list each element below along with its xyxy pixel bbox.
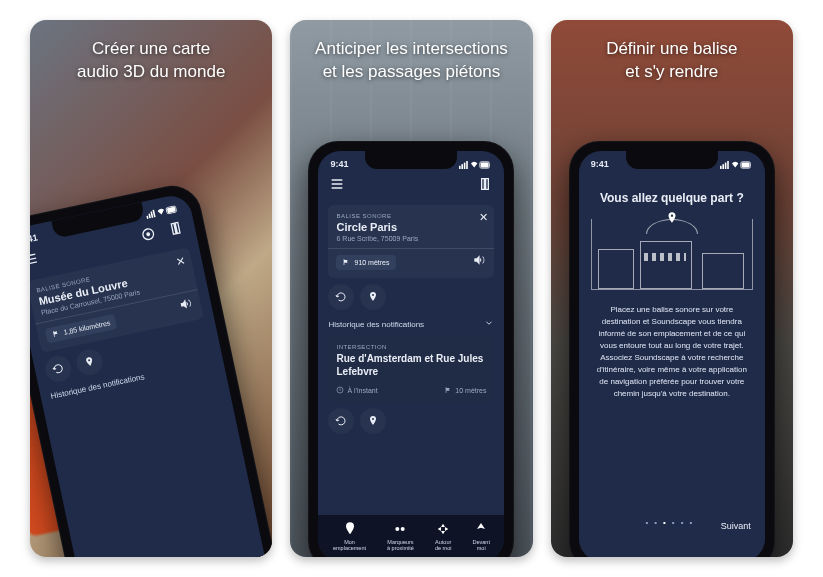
history-header[interactable]: Historique des notifications — [328, 318, 494, 330]
svg-rect-22 — [741, 162, 749, 167]
top-bar — [318, 169, 504, 199]
flag-icon — [342, 258, 350, 267]
svg-rect-19 — [725, 162, 727, 168]
svg-rect-9 — [462, 164, 464, 169]
distance-value: 910 mètres — [354, 259, 389, 266]
status-time: 9:41 — [330, 159, 348, 169]
flag-icon — [51, 329, 61, 339]
pin-icon[interactable] — [360, 284, 386, 310]
tab-ahead-of-me[interactable]: Devant moi — [472, 521, 489, 551]
distance-value: 1,85 kilomètres — [63, 319, 111, 336]
status-indicators — [458, 159, 492, 169]
svg-rect-2 — [150, 211, 153, 218]
history-label: Historique des notifications — [328, 320, 424, 329]
beacon-card[interactable]: ✕ BALISE SONORE Circle Paris 6 Rue Scrib… — [328, 205, 494, 278]
onboarding-screen: 9:41 Vous allez quelque part ? — [579, 151, 765, 557]
next-button[interactable]: Suivant — [721, 521, 751, 531]
status-indicators — [719, 159, 753, 169]
phone-mockup: 9:41 ✕ BAL — [308, 141, 514, 557]
svg-rect-17 — [720, 165, 722, 168]
tab-bar: Mon emplacement Marqueurs à proximité Au… — [318, 515, 504, 557]
distance-pill: 910 mètres — [336, 255, 395, 270]
undo-icon[interactable] — [328, 284, 354, 310]
menu-icon[interactable] — [30, 248, 42, 269]
menu-icon[interactable] — [328, 175, 346, 193]
onboarding-body: Placez une balise sonore sur votre desti… — [579, 300, 765, 404]
intersection-card[interactable]: INTERSECTION Rue d'Amsterdam et Rue Jule… — [328, 336, 494, 402]
clock-icon — [336, 386, 344, 394]
screenshot-panel-2: Anticiper les intersections et les passa… — [290, 20, 532, 557]
panel-headline: Définir une balise et s'y rendre — [551, 38, 793, 84]
panel-headline: Créer une carte audio 3D du monde — [30, 38, 272, 84]
svg-rect-18 — [722, 164, 724, 169]
mirror-icon[interactable] — [476, 175, 494, 193]
intersection-time: À l'instant — [336, 386, 377, 394]
svg-point-7 — [146, 232, 151, 237]
mirror-icon[interactable] — [165, 218, 186, 239]
onboarding-title: Vous allez quelque part ? — [579, 191, 765, 205]
svg-rect-1 — [148, 213, 151, 218]
beacon-eyebrow: BALISE SONORE — [336, 213, 486, 219]
beacon-subtitle: 6 Rue Scribe, 75009 Paris — [336, 235, 486, 242]
pin-icon[interactable] — [74, 347, 105, 378]
pin-icon — [665, 211, 679, 228]
phone-notch — [365, 151, 457, 169]
speaker-icon[interactable] — [177, 296, 194, 316]
close-icon[interactable]: ✕ — [479, 211, 488, 224]
undo-icon[interactable] — [43, 353, 74, 384]
action-row — [328, 284, 494, 310]
undo-icon[interactable] — [328, 408, 354, 434]
intersection-meta: À l'instant 10 mètres — [336, 386, 486, 394]
onboarding-illustration — [591, 219, 753, 290]
close-icon[interactable]: ✕ — [175, 254, 187, 269]
intersection-title: Rue d'Amsterdam et Rue Jules Lefebvre — [336, 352, 486, 378]
action-row-2 — [328, 408, 494, 434]
tab-my-location[interactable]: Mon emplacement — [333, 521, 366, 551]
status-time: 9:41 — [591, 159, 609, 169]
flag-icon — [444, 386, 452, 394]
panel-headline: Anticiper les intersections et les passa… — [290, 38, 532, 84]
chevron-down-icon — [484, 318, 494, 330]
sleep-icon[interactable] — [138, 224, 159, 245]
svg-point-15 — [396, 527, 400, 531]
svg-rect-20 — [727, 161, 729, 169]
app-screen: 9:41 ✕ BAL — [318, 151, 504, 557]
pin-icon[interactable] — [360, 408, 386, 434]
svg-rect-13 — [481, 162, 489, 167]
tab-around-me[interactable]: Autour de moi — [435, 521, 452, 551]
tab-nearby-markers[interactable]: Marqueurs à proximité — [387, 521, 414, 551]
svg-point-16 — [401, 527, 405, 531]
screenshot-panel-1: Créer une carte audio 3D du monde 9:41 — [30, 20, 272, 557]
screenshot-panel-3: Définir une balise et s'y rendre 9:41 Vo… — [551, 20, 793, 557]
svg-rect-0 — [146, 215, 148, 218]
intersection-eyebrow: INTERSECTION — [336, 344, 486, 350]
phone-mockup: 9:41 Vous allez quelque part ? — [569, 141, 775, 557]
svg-rect-8 — [459, 165, 461, 168]
beacon-title: Circle Paris — [336, 221, 486, 233]
intersection-distance: 10 mètres — [444, 386, 486, 394]
svg-rect-10 — [464, 162, 466, 168]
phone-notch — [626, 151, 718, 169]
speaker-icon[interactable] — [472, 253, 486, 270]
svg-rect-11 — [467, 161, 469, 169]
